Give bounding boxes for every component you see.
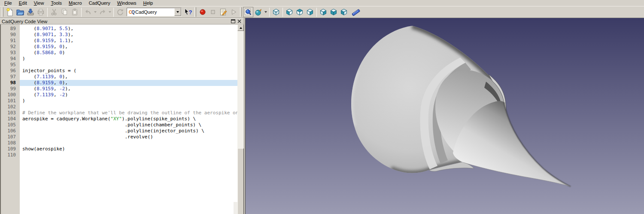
code-line[interactable]: ) [20,98,237,104]
code-line[interactable]: injector_points = ( [20,68,237,74]
line-number: 100 [1,92,20,98]
line-number: 97 [1,74,20,80]
front-view-button[interactable] [284,7,295,17]
print-icon [36,8,45,16]
line-number: 92 [1,44,20,50]
code-line[interactable]: (8.9159, 1.1), [20,38,237,44]
redo-button[interactable] [97,7,108,17]
stop-macro-button[interactable] [208,7,218,17]
right-view-button[interactable] [305,7,315,17]
line-number: 109 [1,146,20,152]
code-panel-title-bar[interactable]: CadQuery Code View [0,18,244,24]
code-line[interactable]: (8.9071, 3.3), [20,32,237,38]
code-line[interactable]: (8.9159, -2), [20,86,237,92]
toolbar-separator [269,8,270,17]
measure-distance-button[interactable] [351,7,361,17]
menu-item-windows[interactable]: Windows [114,0,140,6]
code-lines[interactable]: (8.9071, 5.5), (8.9071, 3.3), (8.9159, 1… [20,24,237,214]
line-number: 94 [1,56,20,62]
code-line[interactable]: ) [20,56,237,62]
draw-style-button[interactable] [253,7,264,17]
menu-item-edit[interactable]: Edit [15,0,30,6]
line-number: 95 [1,62,20,68]
line-number: 102 [1,104,20,110]
new-document-button[interactable] [5,7,15,17]
menu-item-file[interactable]: File [1,0,15,6]
code-line[interactable]: .revolve() [20,134,237,140]
whats-this-button[interactable]: ? [183,7,193,17]
code-line[interactable]: # Define the workplane that we'll be dra… [20,110,237,116]
menu-item-tools[interactable]: Tools [47,0,65,6]
paste-icon [70,8,79,16]
aerospike-model-render [246,18,644,214]
open-document-icon [16,8,24,16]
code-line[interactable] [20,140,237,146]
open-document-button[interactable] [15,7,25,17]
code-line[interactable] [20,104,237,110]
copy-button[interactable] [59,7,70,17]
axonometric-view-button[interactable] [271,7,281,17]
menu-item-view[interactable]: View [30,0,48,6]
save-document-button[interactable] [25,7,36,17]
code-line[interactable] [20,152,237,158]
paste-button[interactable] [70,7,80,17]
edit-macro-icon [219,8,228,16]
redo-history-dropdown[interactable] [109,11,111,13]
workbench-selector[interactable]: CQ CadQuery [127,8,182,16]
application-window: FileEditViewToolsMacroCadQueryWindowsHel… [0,0,644,214]
undo-button[interactable] [83,7,93,17]
rear-view-button[interactable] [318,7,328,17]
right-view-icon [306,8,315,16]
code-line-current[interactable]: (8.9159, 0), [20,80,237,86]
line-number: 105 [1,122,20,128]
toolbar-grip[interactable] [240,7,242,17]
code-editor[interactable]: 8990919293949596979899100101102103104105… [0,24,244,214]
top-view-icon [295,8,304,16]
cut-button[interactable] [49,7,59,17]
refresh-button[interactable] [115,7,125,17]
float-panel-button[interactable] [230,19,236,24]
scrollbar-up-button[interactable] [237,24,244,31]
3d-viewport[interactable] [246,18,644,214]
toolbar-grip[interactable] [2,7,3,17]
code-line[interactable]: .polyline(injector_points) \ [20,128,237,134]
code-line[interactable]: (8.5868, 0) [20,50,237,56]
menu-item-help[interactable]: Help [140,0,156,6]
line-number: 110 [1,152,20,158]
code-panel-title: CadQuery Code View [2,19,47,24]
code-line[interactable]: (7.1139, -2) [20,92,237,98]
workbench-dropdown-button[interactable] [174,8,181,16]
menu-item-cadquery[interactable]: CadQuery [85,0,114,6]
draw-style-dropdown[interactable] [264,11,267,13]
menu-item-macro[interactable]: Macro [65,0,85,6]
float-panel-icon [231,19,235,23]
line-number: 93 [1,50,20,56]
vertical-scrollbar[interactable] [237,24,244,214]
edit-macro-button[interactable] [218,7,228,17]
bottom-view-button[interactable] [328,7,339,17]
scrollbar-thumb[interactable] [237,148,244,214]
code-line[interactable]: (8.9159, 0), [20,44,237,50]
code-line[interactable] [20,62,237,68]
code-line[interactable]: aerospike = cadquery.Workplane("XY").pol… [20,116,237,122]
code-line[interactable]: show(aerospike) [20,146,237,152]
close-panel-button[interactable] [237,19,242,24]
code-line[interactable]: (8.9071, 5.5), [20,26,237,32]
stop-macro-icon [209,8,217,16]
fit-all-icon [244,8,252,16]
cadquery-logo-icon: CQ [129,10,134,15]
undo-history-dropdown[interactable] [94,11,97,13]
fit-all-button[interactable] [243,7,253,17]
record-macro-button[interactable] [197,7,208,17]
line-number: 91 [1,38,20,44]
left-view-button[interactable] [339,7,349,17]
refresh-icon [116,8,125,16]
print-button[interactable] [36,7,46,17]
top-view-button[interactable] [295,7,305,17]
code-line[interactable]: .polyline(chamber_points) \ [20,122,237,128]
toolbar-grip[interactable] [194,7,196,17]
chevron-down-icon [176,11,179,13]
left-view-icon [340,8,349,16]
code-line[interactable]: (7.1139, 0), [20,74,237,80]
execute-macro-button[interactable] [228,7,239,17]
